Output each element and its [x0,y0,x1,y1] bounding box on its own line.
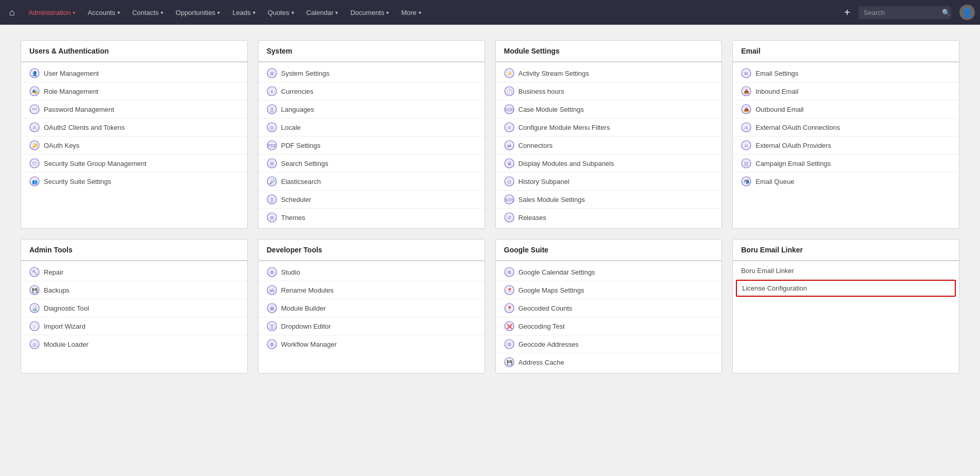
list-item[interactable]: ✉ Email Settings [733,64,959,82]
list-item[interactable]: ⚙ Search Settings [259,155,485,173]
item-icon: ¢ [267,86,277,96]
list-item[interactable]: ⚙ Google Calendar Settings [496,263,722,281]
item-label: Scheduler [281,196,312,203]
list-item[interactable]: ≡ Configure Module Menu Filters [496,118,722,137]
avatar[interactable]: 👤 [959,5,975,20]
list-item[interactable]: ◎ Module Loader [21,335,247,353]
item-icon: [] [267,104,277,114]
item-icon: ✉ [741,68,751,78]
item-icon: ⚙ [267,68,277,78]
list-item[interactable]: Boru Email Linker [733,263,959,279]
list-item[interactable]: ↺ Releases [496,209,722,226]
list-item[interactable]: 🕐 Business hours [496,82,722,100]
chevron-down-icon: ▾ [253,10,255,15]
list-item[interactable]: ⚙ Themes [259,209,485,226]
home-icon[interactable]: ⌂ [5,7,19,18]
item-icon: ◎ [267,122,277,132]
item-icon: PDF [267,140,277,150]
nav-item-opportunities[interactable]: Opportunities▾ [169,0,226,25]
list-item[interactable]: ◎ Locale [259,118,485,137]
list-item[interactable]: *** Password Management [21,100,247,118]
item-label: Module Loader [44,341,89,348]
item-label: Backups [44,286,70,294]
item-icon: ❌ [504,321,514,331]
list-item[interactable]: 📤 Outbound Email [733,100,959,118]
list-item[interactable]: 🔎 Elasticsearch [259,173,485,191]
svg-text:⚙: ⚙ [270,270,274,275]
card-boru-email-linker: Boru Email LinkerBoru Email LinkerLicens… [732,239,959,373]
list-item[interactable]: ❌ Geocoding Test [496,317,722,335]
list-item[interactable]: AOS Sales Module Settings [496,191,722,209]
item-label: Workflow Manager [281,341,337,348]
list-item[interactable]: [] Dropdown Editor [259,317,485,335]
chevron-down-icon: ▾ [117,10,120,15]
list-item[interactable]: 🏛 Module Builder [259,299,485,317]
list-item[interactable]: 👤 User Management [21,64,247,82]
list-item[interactable]: 📍 Geocoded Counts [496,299,722,317]
list-item[interactable]: ⚡ Activity Stream Settings [496,64,722,82]
list-item[interactable]: 💾 Address Cache [496,353,722,371]
list-item[interactable]: ⚙ Workflow Manager [259,335,485,353]
list-item[interactable]: ↓ Import Wizard [21,317,247,335]
svg-text:⇄: ⇄ [507,143,511,148]
card-system: System ⚙ System Settings ¢ Currencies []… [258,40,485,229]
nav-item-administration[interactable]: Administration▾ [22,0,81,25]
svg-text:📍: 📍 [506,305,512,312]
list-item[interactable]: ⚙ Geocode Addresses [496,335,722,353]
svg-text:|||: ||| [745,161,748,166]
list-item[interactable]: 📍 Google Maps Settings [496,281,722,299]
list-item[interactable]: 📥 Inbound Email [733,82,959,100]
list-item[interactable]: [] Languages [259,100,485,118]
item-label: External OAuth Connections [755,124,840,131]
list-item[interactable]: 🛡 Security Suite Group Management [21,155,247,173]
add-icon[interactable]: + [840,7,854,19]
svg-text:[]: [] [270,107,273,112]
list-item[interactable]: 🔑 OAuth Keys [21,137,247,155]
list-item[interactable]: ||| Campaign Email Settings [733,155,959,173]
item-label: Geocode Addresses [519,341,579,348]
item-icon: ⚙ [267,212,277,223]
item-icon: ⚙ [504,267,514,277]
svg-text:🔑: 🔑 [32,143,38,149]
list-item[interactable]: [] Scheduler [259,191,485,209]
list-item[interactable]: AOP Case Module Settings [496,100,722,118]
svg-text:👤: 👤 [32,71,38,77]
svg-text:ab: ab [269,288,274,293]
svg-text:⚙: ⚙ [270,161,274,166]
chevron-down-icon: ▾ [419,10,421,15]
list-item[interactable]: ¢ Currencies [259,82,485,100]
list-item[interactable]: A External OAuth Connections [733,118,959,137]
list-item[interactable]: A OAuth2 Clients and Tokens [21,118,247,137]
item-label: Security Suite Settings [44,178,111,185]
nav-item-accounts[interactable]: Accounts▾ [81,0,126,25]
list-item[interactable]: ◷ History Subpanel [496,173,722,191]
item-label: Sales Module Settings [519,196,585,203]
list-item[interactable]: 🔧 Repair [21,263,247,281]
nav-item-calendar[interactable]: Calendar▾ [300,0,345,25]
item-icon: 🎭 [29,86,40,96]
svg-text:🔧: 🔧 [32,269,38,276]
list-item[interactable]: License Configuration [736,280,956,297]
list-item[interactable]: ab Rename Modules [259,281,485,299]
nav-item-leads[interactable]: Leads▾ [226,0,261,25]
nav-item-contacts[interactable]: Contacts▾ [126,0,169,25]
list-item[interactable]: 👥 Security Suite Settings [21,173,247,190]
list-item[interactable]: 🔬 Diagnostic Tool [21,299,247,317]
nav-item-documents[interactable]: Documents▾ [344,0,395,25]
list-item[interactable]: ⚙ Studio [259,263,485,281]
list-item[interactable]: 🖥 Display Modules and Subpanels [496,155,722,173]
list-item[interactable]: 💾 Backups [21,281,247,299]
item-label: Geocoding Test [519,322,565,330]
list-item[interactable]: A External OAuth Providers [733,137,959,155]
nav-item-quotes[interactable]: Quotes▾ [262,0,300,25]
svg-text:🛡: 🛡 [32,161,37,166]
list-item[interactable]: ⚙ System Settings [259,64,485,82]
list-item[interactable]: ⇄ Connectors [496,137,722,155]
list-item[interactable]: PDF PDF Settings [259,137,485,155]
nav-item-more[interactable]: More▾ [395,0,427,25]
svg-text:◎: ◎ [270,125,274,130]
list-item[interactable]: 📬 Email Queue [733,173,959,190]
search-input[interactable] [858,6,951,19]
list-item[interactable]: 🎭 Role Management [21,82,247,100]
item-icon: ◷ [504,176,514,186]
